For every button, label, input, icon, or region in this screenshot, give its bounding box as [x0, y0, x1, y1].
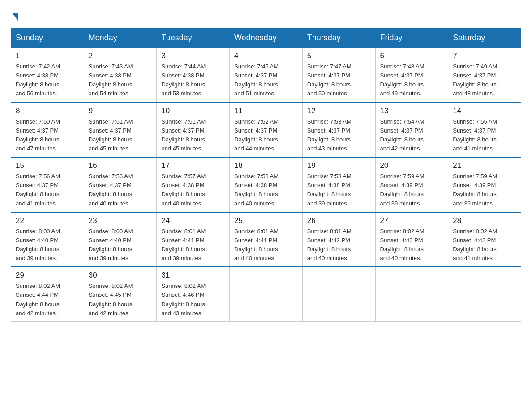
- column-header-sunday: Sunday: [11, 28, 84, 47]
- day-info: Sunrise: 7:51 AMSunset: 4:37 PMDaylight:…: [161, 117, 225, 154]
- calendar-cell: 7 Sunrise: 7:49 AMSunset: 4:37 PMDayligh…: [448, 47, 521, 103]
- calendar-week-row: 8 Sunrise: 7:50 AMSunset: 4:37 PMDayligh…: [11, 103, 521, 158]
- day-number: 16: [89, 161, 152, 170]
- day-info: Sunrise: 8:01 AMSunset: 4:41 PMDaylight:…: [161, 227, 225, 263]
- calendar-cell: 6 Sunrise: 7:48 AMSunset: 4:37 PMDayligh…: [375, 47, 448, 103]
- calendar-cell: 24 Sunrise: 8:01 AMSunset: 4:41 PMDaylig…: [157, 212, 230, 267]
- day-number: 27: [380, 216, 444, 225]
- calendar-cell: 4 Sunrise: 7:45 AMSunset: 4:37 PMDayligh…: [230, 47, 303, 103]
- day-info: Sunrise: 7:56 AMSunset: 4:37 PMDaylight:…: [16, 172, 79, 208]
- calendar-cell: 15 Sunrise: 7:56 AMSunset: 4:37 PMDaylig…: [11, 157, 84, 212]
- day-number: 24: [161, 216, 225, 225]
- calendar-week-row: 1 Sunrise: 7:42 AMSunset: 4:38 PMDayligh…: [11, 47, 521, 103]
- day-info: Sunrise: 7:53 AMSunset: 4:37 PMDaylight:…: [307, 117, 371, 154]
- day-info: Sunrise: 8:01 AMSunset: 4:42 PMDaylight:…: [307, 227, 371, 263]
- day-number: 12: [307, 107, 371, 116]
- day-number: 29: [16, 271, 79, 280]
- calendar-cell: 17 Sunrise: 7:57 AMSunset: 4:38 PMDaylig…: [157, 157, 230, 212]
- day-number: 19: [307, 161, 371, 170]
- day-number: 26: [307, 216, 371, 225]
- calendar-cell: 18 Sunrise: 7:58 AMSunset: 4:38 PMDaylig…: [230, 157, 303, 212]
- calendar-cell: 22 Sunrise: 8:00 AMSunset: 4:40 PMDaylig…: [11, 212, 84, 267]
- day-info: Sunrise: 7:44 AMSunset: 4:38 PMDaylight:…: [161, 62, 225, 98]
- day-number: 13: [380, 107, 444, 116]
- column-header-monday: Monday: [84, 28, 157, 47]
- logo-arrow-icon: [12, 13, 18, 21]
- day-info: Sunrise: 7:50 AMSunset: 4:37 PMDaylight:…: [16, 117, 79, 154]
- calendar-cell: 16 Sunrise: 7:56 AMSunset: 4:37 PMDaylig…: [84, 157, 157, 212]
- calendar-cell: 31 Sunrise: 8:02 AMSunset: 4:46 PMDaylig…: [157, 267, 230, 321]
- column-header-friday: Friday: [375, 28, 448, 47]
- calendar-cell: 13 Sunrise: 7:54 AMSunset: 4:37 PMDaylig…: [375, 103, 448, 158]
- calendar-week-row: 29 Sunrise: 8:02 AMSunset: 4:44 PMDaylig…: [11, 267, 521, 321]
- day-number: 4: [234, 51, 298, 60]
- day-number: 8: [16, 107, 79, 116]
- day-number: 22: [16, 216, 79, 225]
- day-info: Sunrise: 8:02 AMSunset: 4:43 PMDaylight:…: [380, 227, 444, 263]
- day-info: Sunrise: 7:57 AMSunset: 4:38 PMDaylight:…: [161, 172, 225, 208]
- column-header-saturday: Saturday: [448, 28, 521, 47]
- calendar-header-row: SundayMondayTuesdayWednesdayThursdayFrid…: [11, 28, 521, 47]
- day-number: 25: [234, 216, 298, 225]
- day-number: 10: [161, 107, 225, 116]
- calendar-cell: 14 Sunrise: 7:55 AMSunset: 4:37 PMDaylig…: [448, 103, 521, 158]
- day-info: Sunrise: 7:45 AMSunset: 4:37 PMDaylight:…: [234, 62, 298, 98]
- day-info: Sunrise: 7:59 AMSunset: 4:39 PMDaylight:…: [380, 172, 444, 208]
- day-number: 7: [453, 51, 516, 60]
- day-number: 18: [234, 161, 298, 170]
- calendar-cell: 19 Sunrise: 7:58 AMSunset: 4:38 PMDaylig…: [302, 157, 375, 212]
- calendar-week-row: 22 Sunrise: 8:00 AMSunset: 4:40 PMDaylig…: [11, 212, 521, 267]
- calendar-cell: 27 Sunrise: 8:02 AMSunset: 4:43 PMDaylig…: [375, 212, 448, 267]
- calendar-cell: 12 Sunrise: 7:53 AMSunset: 4:37 PMDaylig…: [302, 103, 375, 158]
- day-info: Sunrise: 7:54 AMSunset: 4:37 PMDaylight:…: [380, 117, 444, 154]
- day-number: 15: [16, 161, 79, 170]
- day-number: 11: [234, 107, 298, 116]
- calendar-cell: 8 Sunrise: 7:50 AMSunset: 4:37 PMDayligh…: [11, 103, 84, 158]
- day-info: Sunrise: 7:56 AMSunset: 4:37 PMDaylight:…: [89, 172, 152, 208]
- calendar-cell: 25 Sunrise: 8:01 AMSunset: 4:41 PMDaylig…: [230, 212, 303, 267]
- calendar-cell: 23 Sunrise: 8:00 AMSunset: 4:40 PMDaylig…: [84, 212, 157, 267]
- day-info: Sunrise: 7:58 AMSunset: 4:38 PMDaylight:…: [307, 172, 371, 208]
- calendar-cell: [448, 267, 521, 321]
- day-number: 17: [161, 161, 225, 170]
- day-number: 30: [89, 271, 152, 280]
- calendar-cell: [302, 267, 375, 321]
- calendar-cell: 5 Sunrise: 7:47 AMSunset: 4:37 PMDayligh…: [302, 47, 375, 103]
- calendar-cell: 1 Sunrise: 7:42 AMSunset: 4:38 PMDayligh…: [11, 47, 84, 103]
- page-header: [11, 11, 521, 19]
- day-number: 1: [16, 51, 79, 60]
- day-number: 31: [161, 271, 225, 280]
- calendar-cell: 21 Sunrise: 7:59 AMSunset: 4:39 PMDaylig…: [448, 157, 521, 212]
- day-info: Sunrise: 8:01 AMSunset: 4:41 PMDaylight:…: [234, 227, 298, 263]
- calendar-cell: 20 Sunrise: 7:59 AMSunset: 4:39 PMDaylig…: [375, 157, 448, 212]
- day-info: Sunrise: 7:51 AMSunset: 4:37 PMDaylight:…: [89, 117, 152, 154]
- calendar-table: SundayMondayTuesdayWednesdayThursdayFrid…: [11, 28, 521, 322]
- calendar-cell: 9 Sunrise: 7:51 AMSunset: 4:37 PMDayligh…: [84, 103, 157, 158]
- logo: [11, 11, 18, 19]
- day-info: Sunrise: 8:02 AMSunset: 4:44 PMDaylight:…: [16, 282, 79, 318]
- calendar-cell: 10 Sunrise: 7:51 AMSunset: 4:37 PMDaylig…: [157, 103, 230, 158]
- calendar-cell: [375, 267, 448, 321]
- day-number: 9: [89, 107, 152, 116]
- day-info: Sunrise: 8:00 AMSunset: 4:40 PMDaylight:…: [16, 227, 79, 263]
- day-number: 23: [89, 216, 152, 225]
- day-number: 20: [380, 161, 444, 170]
- day-info: Sunrise: 8:02 AMSunset: 4:45 PMDaylight:…: [89, 282, 152, 318]
- day-info: Sunrise: 7:59 AMSunset: 4:39 PMDaylight:…: [453, 172, 516, 208]
- day-info: Sunrise: 8:02 AMSunset: 4:43 PMDaylight:…: [453, 227, 516, 263]
- calendar-cell: 3 Sunrise: 7:44 AMSunset: 4:38 PMDayligh…: [157, 47, 230, 103]
- day-number: 5: [307, 51, 371, 60]
- day-info: Sunrise: 7:58 AMSunset: 4:38 PMDaylight:…: [234, 172, 298, 208]
- day-info: Sunrise: 8:00 AMSunset: 4:40 PMDaylight:…: [89, 227, 152, 263]
- day-info: Sunrise: 7:49 AMSunset: 4:37 PMDaylight:…: [453, 62, 516, 98]
- day-info: Sunrise: 7:55 AMSunset: 4:37 PMDaylight:…: [453, 117, 516, 154]
- calendar-cell: 26 Sunrise: 8:01 AMSunset: 4:42 PMDaylig…: [302, 212, 375, 267]
- day-info: Sunrise: 7:47 AMSunset: 4:37 PMDaylight:…: [307, 62, 371, 98]
- day-number: 21: [453, 161, 516, 170]
- calendar-cell: [230, 267, 303, 321]
- column-header-wednesday: Wednesday: [230, 28, 303, 47]
- calendar-cell: 28 Sunrise: 8:02 AMSunset: 4:43 PMDaylig…: [448, 212, 521, 267]
- day-number: 2: [89, 51, 152, 60]
- column-header-thursday: Thursday: [302, 28, 375, 47]
- day-info: Sunrise: 7:48 AMSunset: 4:37 PMDaylight:…: [380, 62, 444, 98]
